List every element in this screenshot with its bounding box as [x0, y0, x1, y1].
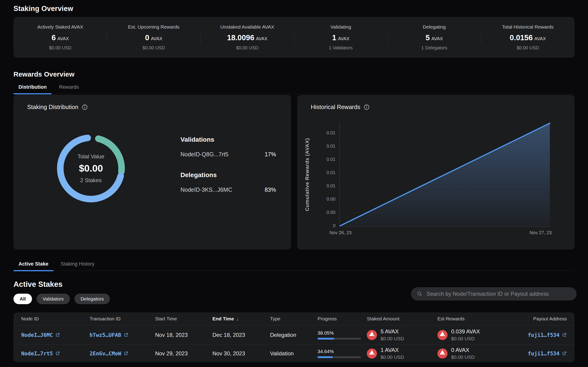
- y-axis-ticks: 0.01 0.01 0.01 0.01 0.01 0.00 0.00 0: [297, 122, 335, 227]
- tab-distribution[interactable]: Distribution: [14, 84, 52, 94]
- progress-bar: [318, 338, 361, 340]
- tab-rewards[interactable]: Rewards: [54, 84, 84, 94]
- col-transaction-id[interactable]: Transaction ID: [90, 316, 155, 322]
- delegations-percent: 83%: [265, 186, 276, 193]
- y-tick: 0.01: [297, 183, 335, 189]
- end-time: Dec 18, 2023: [212, 332, 270, 338]
- staked-usd: $0.00 USD: [381, 354, 404, 360]
- col-progress[interactable]: Progress: [318, 316, 367, 322]
- avax-logo-icon: [367, 349, 377, 359]
- stat-value: 0: [145, 33, 149, 42]
- stat-unit: AVAX: [256, 36, 267, 41]
- col-staked-amount[interactable]: Staked Amount: [367, 316, 437, 322]
- est-rewards-cell: 0 AVAX $0.00 USD: [437, 347, 508, 360]
- historical-rewards-panel: Historical Rewards Cumulative Rewards (A…: [297, 95, 575, 250]
- external-link-icon: [55, 333, 60, 337]
- y-tick: 0: [297, 223, 335, 228]
- info-icon[interactable]: [82, 104, 88, 110]
- page-title: Staking Overview: [14, 4, 574, 14]
- stat-value: 1: [332, 33, 336, 42]
- validations-row: NodeID-Q8G...7rt5 17%: [180, 151, 276, 158]
- validations-percent: 17%: [265, 151, 276, 158]
- payout-address-link[interactable]: fuji1…f534: [528, 332, 567, 338]
- stat-sub: $0.00 USD: [483, 45, 572, 50]
- delegations-row: NodeID-3KS...J6MC 83%: [180, 186, 276, 193]
- external-link-icon: [123, 333, 128, 337]
- y-tick: 0.01: [297, 143, 335, 149]
- col-start-time[interactable]: Start Time: [155, 316, 212, 322]
- table-row: NodeI…J6MC hTwz5…UFAB Nov 18, 2023 Dec 1…: [14, 325, 574, 345]
- delegations-node-id: NodeID-3KS...J6MC: [180, 186, 232, 193]
- y-tick: 0.01: [297, 170, 335, 175]
- progress-cell: 34.64%: [318, 349, 367, 358]
- rewards-usd: $0.00 USD: [451, 354, 475, 360]
- table-header: Node ID Transaction ID Start Time End Ti…: [14, 312, 574, 325]
- stat-total-historical: Total Historical Rewards 0.0156AVAX $0.0…: [481, 24, 574, 50]
- col-type[interactable]: Type: [270, 316, 318, 322]
- stat-label: Est. Upcoming Rewards: [109, 24, 198, 30]
- search-icon: [417, 291, 422, 297]
- start-time: Nov 18, 2023: [155, 332, 212, 338]
- stake-type: Delegation: [270, 332, 318, 338]
- col-payout-address[interactable]: Payout Address: [533, 316, 567, 322]
- col-node-id[interactable]: Node ID: [21, 316, 90, 322]
- tab-staking-history[interactable]: Staking History: [56, 261, 100, 271]
- stat-sub: $0.00 USD: [109, 45, 198, 50]
- stake-type: Validation: [270, 350, 318, 357]
- transaction-id-link[interactable]: hTwz5…UFAB: [90, 332, 155, 338]
- stat-unit: AVAX: [431, 36, 443, 41]
- delegations-heading: Delegations: [180, 171, 276, 179]
- rewards-avax: 0 AVAX: [451, 347, 475, 353]
- stat-label: Actively Staked AVAX: [16, 24, 105, 30]
- stat-unit: AVAX: [151, 36, 162, 41]
- rewards-overview-tabs: Distribution Rewards: [14, 84, 574, 94]
- external-link-icon: [562, 351, 567, 356]
- y-tick: 0.00: [297, 210, 335, 215]
- stat-value: 18.0096: [227, 33, 254, 42]
- donut-center: Total Value $0.00 2 Stakes: [53, 131, 129, 206]
- sort-desc-icon: ↓: [236, 316, 239, 322]
- progress-bar-fill: [318, 338, 334, 340]
- stat-label: Total Historical Rewards: [483, 24, 572, 30]
- validations-heading: Validations: [180, 136, 276, 143]
- node-id-link[interactable]: NodeI…J6MC: [21, 332, 90, 338]
- historical-rewards-title: Historical Rewards: [311, 103, 360, 111]
- staked-avax: 5 AVAX: [381, 328, 404, 335]
- rewards-line-series: [340, 122, 551, 227]
- y-tick: 0.01: [297, 130, 335, 135]
- table-row: NodeI…7rt5 2EnGv…CMoW Nov 29, 2023 Nov 3…: [14, 345, 574, 362]
- col-end-time[interactable]: End Time ↓: [212, 316, 270, 322]
- search-input[interactable]: [426, 291, 571, 297]
- col-est-rewards[interactable]: Est Rewards: [437, 316, 508, 322]
- staked-usd: $0.00 USD: [381, 336, 404, 342]
- staked-amount-cell: 1 AVAX $0.00 USD: [367, 347, 437, 360]
- info-icon[interactable]: [364, 104, 370, 110]
- active-stakes-table: Node ID Transaction ID Start Time End Ti…: [14, 312, 574, 362]
- donut-center-sub: 2 Stakes: [80, 177, 101, 184]
- rewards-panels: Staking Distribution Total Value $0.00 2…: [14, 95, 574, 250]
- avax-logo-icon: [367, 330, 377, 340]
- staking-distribution-title: Staking Distribution: [27, 103, 78, 111]
- tab-active-stake[interactable]: Active Stake: [14, 261, 53, 271]
- donut-center-label: Total Value: [78, 153, 104, 160]
- filter-delegators[interactable]: Delegators: [74, 294, 110, 304]
- progress-percent: 34.64%: [318, 349, 367, 354]
- stat-sub: $0.00 USD: [16, 45, 105, 50]
- progress-percent: 38.05%: [318, 330, 367, 336]
- start-time: Nov 29, 2023: [155, 350, 212, 357]
- filter-all[interactable]: All: [14, 294, 32, 304]
- stat-label: Unstaked Available AVAX: [203, 24, 292, 30]
- node-id-link[interactable]: NodeI…7rt5: [21, 350, 90, 357]
- filter-validators[interactable]: Validators: [37, 294, 70, 304]
- stat-unit: AVAX: [338, 36, 349, 41]
- transaction-id-link[interactable]: 2EnGv…CMoW: [90, 350, 155, 357]
- distribution-legend: Validations NodeID-Q8G...7rt5 17% Delega…: [180, 136, 276, 193]
- payout-address-link[interactable]: fuji1…f534: [528, 350, 567, 357]
- est-rewards-cell: 0.039 AVAX $0.00 USD: [437, 328, 508, 342]
- external-link-icon: [55, 351, 60, 356]
- stake-search[interactable]: [411, 287, 577, 300]
- stat-upcoming-rewards: Est. Upcoming Rewards 0AVAX $0.00 USD: [107, 24, 200, 50]
- staking-dashboard: Staking Overview Actively Staked AVAX 6A…: [0, 0, 588, 367]
- staking-distribution-panel: Staking Distribution Total Value $0.00 2…: [14, 95, 291, 250]
- external-link-icon: [123, 351, 128, 356]
